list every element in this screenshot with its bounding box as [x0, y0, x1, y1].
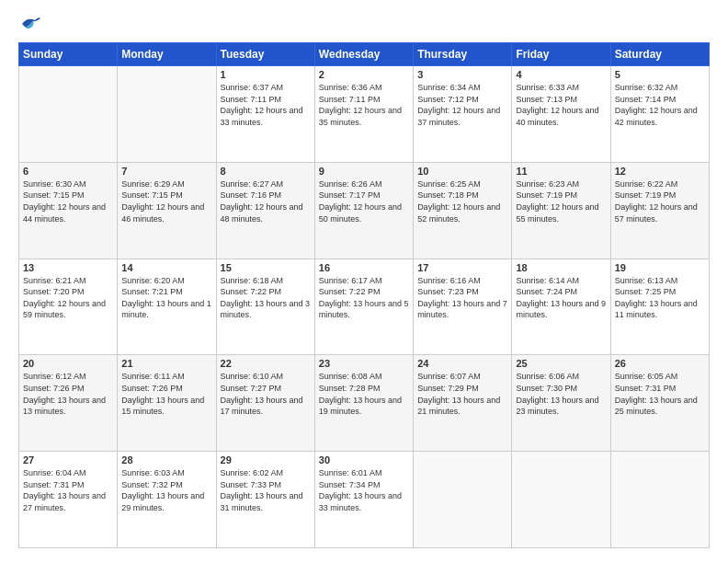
day-info: Sunrise: 6:27 AM Sunset: 7:16 PM Dayligh… — [221, 178, 311, 224]
day-info: Sunrise: 6:29 AM Sunset: 7:15 PM Dayligh… — [121, 178, 211, 224]
day-number: 28 — [121, 454, 211, 465]
calendar-row: 27Sunrise: 6:04 AM Sunset: 7:31 PM Dayli… — [19, 452, 710, 548]
day-info: Sunrise: 6:20 AM Sunset: 7:21 PM Dayligh… — [121, 275, 211, 321]
calendar-table: SundayMondayTuesdayWednesdayThursdayFrid… — [18, 42, 710, 548]
day-number: 10 — [417, 166, 507, 177]
calendar-cell: 15Sunrise: 6:18 AM Sunset: 7:22 PM Dayli… — [216, 259, 314, 355]
calendar-cell: 24Sunrise: 6:07 AM Sunset: 7:29 PM Dayli… — [414, 355, 512, 452]
day-info: Sunrise: 6:37 AM Sunset: 7:11 PM Dayligh… — [221, 82, 311, 128]
day-info: Sunrise: 6:05 AM Sunset: 7:31 PM Dayligh… — [615, 371, 705, 417]
calendar-cell: 3Sunrise: 6:34 AM Sunset: 7:12 PM Daylig… — [414, 66, 512, 163]
calendar-cell: 29Sunrise: 6:02 AM Sunset: 7:33 PM Dayli… — [216, 452, 314, 548]
day-info: Sunrise: 6:14 AM Sunset: 7:24 PM Dayligh… — [516, 275, 606, 321]
weekday-header-wednesday: Wednesday — [314, 43, 413, 66]
calendar-row: 13Sunrise: 6:21 AM Sunset: 7:20 PM Dayli… — [19, 259, 710, 355]
day-info: Sunrise: 6:22 AM Sunset: 7:19 PM Dayligh… — [615, 178, 705, 224]
calendar-cell: 19Sunrise: 6:13 AM Sunset: 7:25 PM Dayli… — [610, 259, 709, 355]
day-number: 4 — [516, 69, 606, 80]
calendar-cell: 12Sunrise: 6:22 AM Sunset: 7:19 PM Dayli… — [610, 162, 709, 259]
calendar-cell: 17Sunrise: 6:16 AM Sunset: 7:23 PM Dayli… — [414, 259, 512, 355]
day-number: 14 — [121, 262, 211, 273]
day-info: Sunrise: 6:32 AM Sunset: 7:14 PM Dayligh… — [615, 82, 705, 128]
weekday-header-saturday: Saturday — [610, 43, 709, 66]
day-number: 24 — [417, 358, 507, 369]
day-info: Sunrise: 6:30 AM Sunset: 7:15 PM Dayligh… — [23, 178, 113, 224]
calendar-cell: 25Sunrise: 6:06 AM Sunset: 7:30 PM Dayli… — [512, 355, 610, 452]
day-number: 19 — [615, 262, 705, 273]
day-number: 6 — [23, 166, 113, 177]
day-info: Sunrise: 6:12 AM Sunset: 7:26 PM Dayligh… — [23, 371, 113, 417]
day-info: Sunrise: 6:07 AM Sunset: 7:29 PM Dayligh… — [417, 371, 507, 417]
day-number: 17 — [417, 262, 507, 273]
calendar-cell — [118, 66, 216, 163]
day-info: Sunrise: 6:18 AM Sunset: 7:22 PM Dayligh… — [221, 275, 311, 321]
day-info: Sunrise: 6:16 AM Sunset: 7:23 PM Dayligh… — [417, 275, 507, 321]
calendar-cell: 9Sunrise: 6:26 AM Sunset: 7:17 PM Daylig… — [314, 162, 413, 259]
day-number: 26 — [615, 358, 705, 369]
calendar-cell: 4Sunrise: 6:33 AM Sunset: 7:13 PM Daylig… — [512, 66, 610, 163]
day-info: Sunrise: 6:02 AM Sunset: 7:33 PM Dayligh… — [221, 467, 311, 513]
page: SundayMondayTuesdayWednesdayThursdayFrid… — [0, 0, 728, 563]
day-number: 16 — [319, 262, 409, 273]
calendar-cell: 8Sunrise: 6:27 AM Sunset: 7:16 PM Daylig… — [216, 162, 314, 259]
calendar-cell: 16Sunrise: 6:17 AM Sunset: 7:22 PM Dayli… — [314, 259, 413, 355]
day-number: 22 — [221, 358, 311, 369]
day-number: 11 — [516, 166, 606, 177]
logo — [18, 15, 42, 33]
day-info: Sunrise: 6:34 AM Sunset: 7:12 PM Dayligh… — [417, 82, 507, 128]
calendar-cell — [414, 452, 512, 548]
day-info: Sunrise: 6:11 AM Sunset: 7:26 PM Dayligh… — [121, 371, 211, 417]
weekday-header-sunday: Sunday — [19, 43, 118, 66]
calendar-cell: 7Sunrise: 6:29 AM Sunset: 7:15 PM Daylig… — [118, 162, 216, 259]
day-info: Sunrise: 6:13 AM Sunset: 7:25 PM Dayligh… — [615, 275, 705, 321]
calendar-cell — [512, 452, 610, 548]
calendar-cell: 13Sunrise: 6:21 AM Sunset: 7:20 PM Dayli… — [19, 259, 118, 355]
day-number: 8 — [221, 166, 311, 177]
calendar-cell — [610, 452, 709, 548]
day-info: Sunrise: 6:23 AM Sunset: 7:19 PM Dayligh… — [516, 178, 606, 224]
logo-bird-icon — [20, 15, 42, 33]
header — [18, 15, 710, 33]
day-number: 25 — [516, 358, 606, 369]
day-number: 1 — [221, 69, 311, 80]
weekday-header-friday: Friday — [512, 43, 610, 66]
calendar-cell: 28Sunrise: 6:03 AM Sunset: 7:32 PM Dayli… — [118, 452, 216, 548]
day-info: Sunrise: 6:21 AM Sunset: 7:20 PM Dayligh… — [23, 275, 113, 321]
day-number: 21 — [121, 358, 211, 369]
day-number: 3 — [417, 69, 507, 80]
calendar-row: 20Sunrise: 6:12 AM Sunset: 7:26 PM Dayli… — [19, 355, 710, 452]
calendar-cell: 2Sunrise: 6:36 AM Sunset: 7:11 PM Daylig… — [314, 66, 413, 163]
weekday-header-monday: Monday — [118, 43, 216, 66]
day-info: Sunrise: 6:25 AM Sunset: 7:18 PM Dayligh… — [417, 178, 507, 224]
day-info: Sunrise: 6:04 AM Sunset: 7:31 PM Dayligh… — [23, 467, 113, 513]
day-number: 18 — [516, 262, 606, 273]
day-info: Sunrise: 6:01 AM Sunset: 7:34 PM Dayligh… — [319, 467, 409, 513]
day-number: 29 — [221, 454, 311, 465]
day-number: 7 — [121, 166, 211, 177]
calendar-row: 6Sunrise: 6:30 AM Sunset: 7:15 PM Daylig… — [19, 162, 710, 259]
day-number: 12 — [615, 166, 705, 177]
day-number: 20 — [23, 358, 113, 369]
day-info: Sunrise: 6:06 AM Sunset: 7:30 PM Dayligh… — [516, 371, 606, 417]
day-info: Sunrise: 6:03 AM Sunset: 7:32 PM Dayligh… — [121, 467, 211, 513]
day-number: 9 — [319, 166, 409, 177]
day-number: 27 — [23, 454, 113, 465]
calendar-cell: 22Sunrise: 6:10 AM Sunset: 7:27 PM Dayli… — [216, 355, 314, 452]
weekday-header-row: SundayMondayTuesdayWednesdayThursdayFrid… — [19, 43, 710, 66]
calendar-cell: 14Sunrise: 6:20 AM Sunset: 7:21 PM Dayli… — [118, 259, 216, 355]
calendar-cell: 10Sunrise: 6:25 AM Sunset: 7:18 PM Dayli… — [414, 162, 512, 259]
day-number: 15 — [221, 262, 311, 273]
day-info: Sunrise: 6:08 AM Sunset: 7:28 PM Dayligh… — [319, 371, 409, 417]
calendar-cell: 11Sunrise: 6:23 AM Sunset: 7:19 PM Dayli… — [512, 162, 610, 259]
calendar-cell: 23Sunrise: 6:08 AM Sunset: 7:28 PM Dayli… — [314, 355, 413, 452]
calendar-cell: 21Sunrise: 6:11 AM Sunset: 7:26 PM Dayli… — [118, 355, 216, 452]
calendar-cell: 1Sunrise: 6:37 AM Sunset: 7:11 PM Daylig… — [216, 66, 314, 163]
calendar-header: SundayMondayTuesdayWednesdayThursdayFrid… — [19, 43, 710, 66]
calendar-cell: 26Sunrise: 6:05 AM Sunset: 7:31 PM Dayli… — [610, 355, 709, 452]
day-info: Sunrise: 6:36 AM Sunset: 7:11 PM Dayligh… — [319, 82, 409, 128]
calendar-cell — [19, 66, 118, 163]
day-number: 30 — [319, 454, 409, 465]
calendar-cell: 27Sunrise: 6:04 AM Sunset: 7:31 PM Dayli… — [19, 452, 118, 548]
calendar-row: 1Sunrise: 6:37 AM Sunset: 7:11 PM Daylig… — [19, 66, 710, 163]
calendar-body: 1Sunrise: 6:37 AM Sunset: 7:11 PM Daylig… — [19, 66, 710, 548]
